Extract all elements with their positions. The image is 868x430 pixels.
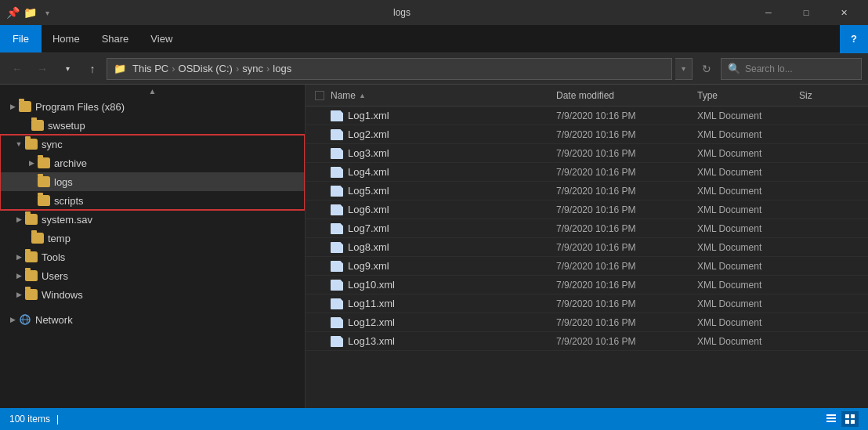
svg-rect-4: [826, 417, 836, 419]
path-logs[interactable]: logs: [273, 63, 291, 74]
sidebar-scroll-up[interactable]: ▲: [0, 85, 305, 97]
folder-icon-tools: [25, 251, 38, 262]
table-row[interactable]: Log10.xml 7/9/2020 10:16 PM XML Document: [306, 276, 868, 294]
file-type-4: XML Document: [697, 186, 799, 197]
tab-home[interactable]: Home: [42, 25, 91, 52]
file-date-10: 7/9/2020 10:16 PM: [556, 298, 697, 309]
maximize-button[interactable]: □: [788, 0, 824, 25]
file-type-8: XML Document: [697, 261, 799, 272]
file-date-9: 7/9/2020 10:16 PM: [556, 280, 697, 291]
up-button[interactable]: ↑: [81, 58, 103, 80]
sidebar-item-temp[interactable]: temp: [0, 229, 305, 248]
file-name-8: Log9.xml: [348, 260, 556, 272]
table-row[interactable]: Log5.xml 7/9/2020 10:16 PM XML Document: [306, 182, 868, 201]
file-date-1: 7/9/2020 10:16 PM: [556, 129, 697, 140]
table-row[interactable]: Log4.xml 7/9/2020 10:16 PM XML Document: [306, 163, 868, 182]
expand-program-files-icon[interactable]: ▶: [6, 100, 19, 113]
help-button[interactable]: ?: [840, 25, 868, 53]
minimize-button[interactable]: ─: [750, 0, 787, 25]
file-date-7: 7/9/2020 10:16 PM: [556, 242, 697, 253]
folder-icon-users: [25, 270, 38, 281]
folder-icon-swsetup: [31, 120, 44, 131]
file-name-12: Log13.xml: [348, 335, 556, 347]
dropdown-icon[interactable]: ▾: [41, 6, 53, 19]
file-icon-5: [331, 204, 343, 215]
expand-system-sav-icon[interactable]: ▶: [13, 213, 25, 226]
expand-archive-icon[interactable]: ▶: [25, 157, 38, 169]
sidebar-item-scripts[interactable]: scripts: [0, 191, 305, 210]
table-row[interactable]: Log11.xml 7/9/2020 10:16 PM XML Document: [306, 294, 868, 313]
path-sync[interactable]: sync: [242, 63, 263, 74]
table-row[interactable]: Log7.xml 7/9/2020 10:16 PM XML Document: [306, 219, 868, 238]
svg-rect-5: [826, 421, 836, 422]
svg-rect-7: [851, 414, 855, 418]
sidebar-label-logs: logs: [54, 176, 302, 188]
table-row[interactable]: Log6.xml 7/9/2020 10:16 PM XML Document: [306, 201, 868, 219]
details-view-button[interactable]: [823, 411, 840, 427]
path-sep-2: ›: [236, 63, 239, 74]
status-separator: |: [56, 414, 59, 425]
file-icon-12: [331, 336, 343, 347]
sidebar-item-users[interactable]: ▶ Users: [0, 266, 305, 285]
col-header-date[interactable]: Date modified: [556, 90, 697, 101]
sidebar-item-tools[interactable]: ▶ Tools: [0, 248, 305, 266]
sidebar-item-logs[interactable]: logs: [0, 172, 305, 191]
sidebar-label-archive: archive: [54, 157, 302, 169]
expand-windows-icon[interactable]: ▶: [13, 288, 25, 301]
expand-sync-icon[interactable]: ▼: [13, 138, 25, 150]
sidebar-label-system-sav: system.sav: [42, 214, 302, 226]
file-header: Name ▲ Date modified Type Siz: [306, 85, 868, 107]
address-path[interactable]: 📁 This PC › OSDisk (C:) › sync › logs: [107, 58, 672, 80]
col-header-type[interactable]: Type: [697, 90, 799, 101]
file-name-6: Log7.xml: [348, 222, 556, 234]
sidebar-item-network[interactable]: ▶ Network: [0, 310, 305, 329]
search-box[interactable]: 🔍 Search lo...: [721, 58, 862, 80]
file-list: Name ▲ Date modified Type Siz Log1.xml 7…: [306, 85, 868, 408]
sidebar-item-windows[interactable]: ▶ Windows: [0, 285, 305, 304]
folder-icon-temp: [31, 233, 44, 244]
address-dropdown-button[interactable]: ▾: [675, 58, 693, 80]
table-row[interactable]: Log13.xml 7/9/2020 10:16 PM XML Document: [306, 332, 868, 351]
close-button[interactable]: ✕: [826, 0, 862, 25]
path-this-pc[interactable]: This PC: [132, 63, 168, 74]
table-row[interactable]: Log8.xml 7/9/2020 10:16 PM XML Document: [306, 238, 868, 257]
table-row[interactable]: Log1.xml 7/9/2020 10:16 PM XML Document: [306, 107, 868, 125]
large-icons-view-button[interactable]: [841, 411, 859, 427]
sidebar-item-sync[interactable]: ▼ sync: [0, 135, 305, 154]
tab-share[interactable]: Share: [91, 25, 140, 52]
expand-network-icon[interactable]: ▶: [6, 313, 19, 326]
sort-arrow-icon: ▲: [359, 92, 366, 99]
table-row[interactable]: Log3.xml 7/9/2020 10:16 PM XML Document: [306, 144, 868, 163]
file-name-10: Log11.xml: [348, 298, 556, 309]
sidebar-label-program-files-x86: Program Files (x86): [35, 101, 302, 113]
sidebar-item-archive[interactable]: ▶ archive: [0, 154, 305, 172]
table-row[interactable]: Log2.xml 7/9/2020 10:16 PM XML Document: [306, 125, 868, 144]
refresh-button[interactable]: ↻: [696, 58, 718, 80]
table-row[interactable]: Log9.xml 7/9/2020 10:16 PM XML Document: [306, 257, 868, 276]
file-menu-button[interactable]: File: [0, 25, 42, 52]
dropdown-nav-button[interactable]: ▾: [56, 58, 78, 80]
sidebar-label-swsetup: swsetup: [48, 120, 302, 132]
sidebar-label-scripts: scripts: [54, 195, 302, 207]
file-date-3: 7/9/2020 10:16 PM: [556, 167, 697, 178]
sidebar-item-system-sav[interactable]: ▶ system.sav: [0, 210, 305, 229]
file-type-1: XML Document: [697, 129, 799, 140]
tab-view[interactable]: View: [139, 25, 183, 52]
expand-users-icon[interactable]: ▶: [13, 269, 25, 282]
window-title: logs: [53, 7, 750, 18]
sidebar-item-program-files-x86[interactable]: ▶ Program Files (x86): [0, 97, 305, 116]
path-osdisk[interactable]: OSDisk (C:): [179, 63, 233, 74]
file-name-1: Log2.xml: [348, 128, 556, 140]
expand-tools-icon[interactable]: ▶: [13, 251, 25, 263]
file-date-0: 7/9/2020 10:16 PM: [556, 110, 697, 121]
file-date-5: 7/9/2020 10:16 PM: [556, 204, 697, 215]
forward-button[interactable]: →: [31, 58, 53, 80]
back-button[interactable]: ←: [6, 58, 28, 80]
col-header-size[interactable]: Siz: [799, 90, 862, 101]
col-header-name[interactable]: Name ▲: [331, 90, 556, 101]
file-date-6: 7/9/2020 10:16 PM: [556, 223, 697, 234]
table-row[interactable]: Log12.xml 7/9/2020 10:16 PM XML Document: [306, 313, 868, 332]
file-icon-3: [331, 167, 343, 178]
sidebar-item-swsetup[interactable]: swsetup: [0, 116, 305, 135]
file-icon-1: [331, 129, 343, 140]
